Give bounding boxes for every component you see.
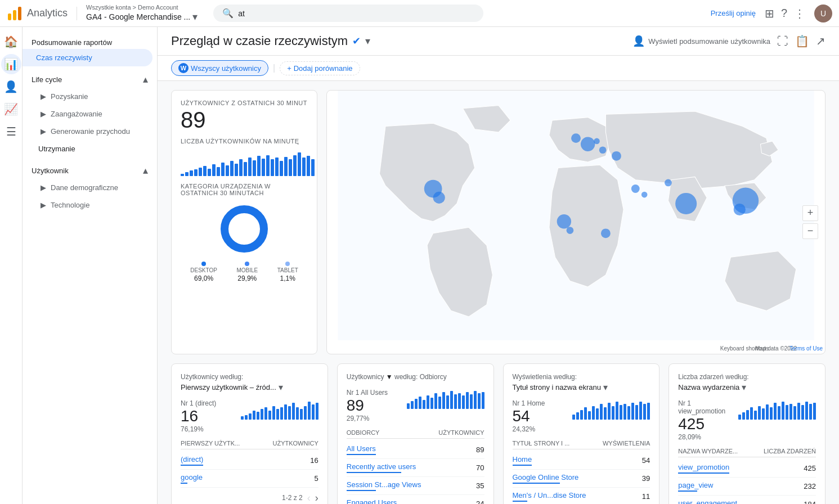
row-label[interactable]: google <box>181 473 203 482</box>
widget-bar <box>280 407 283 419</box>
desktop-legend: DESKTOP 69,0% <box>190 262 217 282</box>
desktop-value: 69,0% <box>194 274 213 282</box>
bar <box>208 169 211 177</box>
sidebar-item-engagement[interactable]: ▶ Zaangażowanie <box>23 105 157 123</box>
audience-dropdown[interactable]: ▼ <box>386 373 393 381</box>
prev-page-arrow[interactable]: ‹ <box>307 492 311 504</box>
row-value: 89 <box>476 446 484 454</box>
widget-bar <box>782 402 784 420</box>
row-value: 54 <box>642 456 650 465</box>
widget-mini-bars <box>738 399 816 420</box>
row-label[interactable]: Recently active users <box>347 462 416 471</box>
bar <box>284 157 288 177</box>
widget-value-col: Nr 1 view_promotion 425 28,09% <box>678 399 738 441</box>
more-icon[interactable]: ⋮ <box>794 7 805 20</box>
widget-table-header: ODBIORCY UŻYTKOWNICY <box>347 427 484 439</box>
widget-bar <box>758 406 761 419</box>
terms-of-use-link[interactable]: Terms of Use <box>789 345 823 352</box>
sidebar-item-technology[interactable]: ▶ Technologie <box>23 196 157 214</box>
widget-bar <box>296 407 299 419</box>
sidebar-icon-realtime[interactable]: 📊 <box>1 54 21 74</box>
widget-rank: Nr 1 All Users <box>347 389 388 397</box>
property-chevron-icon: ▾ <box>192 11 198 23</box>
sidebar-icon-acquisition[interactable]: 📈 <box>1 99 21 119</box>
sidebar-icon-reports[interactable]: ☰ <box>1 122 21 142</box>
nav-section-lifecycle[interactable]: Life cycle ▴ <box>23 66 157 88</box>
save-icon[interactable]: 📋 <box>795 34 809 48</box>
sidebar-item-demographics[interactable]: ▶ Dane demograficzne <box>23 179 157 196</box>
row-label[interactable]: All Users <box>347 444 376 453</box>
widget-bar <box>801 405 804 420</box>
row-bar <box>347 472 402 473</box>
row-bar <box>181 483 187 484</box>
sidebar-item-acquisition[interactable]: ▶ Pozyskanie <box>23 88 157 105</box>
zoom-in-button[interactable]: + <box>802 205 818 221</box>
widget-top-row: Nr 1 Home 54 24,32% <box>513 399 650 433</box>
page-header-right: 👤 Wyświetl podsumowanie użytkownika ⛶ 📋 … <box>632 34 825 48</box>
sidebar-item-realtime[interactable]: Czas rzeczywisty <box>23 49 152 66</box>
svg-point-7 <box>571 133 581 143</box>
analytics-logo-icon <box>7 6 23 21</box>
sidebar-icon-audience[interactable]: 👤 <box>1 76 21 97</box>
col2-header: UŻYTKOWNICY <box>272 440 318 447</box>
nav-section-user[interactable]: Użytkownik ▴ <box>23 158 157 179</box>
search-icon: 🔍 <box>222 8 234 19</box>
bar <box>185 172 189 177</box>
widget-bar <box>616 402 618 420</box>
row-label[interactable]: Home <box>513 455 532 464</box>
bar <box>190 170 193 177</box>
row-label[interactable]: view_promotion <box>678 463 729 471</box>
widget-bar <box>627 406 630 419</box>
row-label[interactable]: (direct) <box>181 455 203 464</box>
svg-point-10 <box>594 138 600 145</box>
breadcrumb[interactable]: Wszystkie konta > Demo Account <box>86 4 198 11</box>
device-legend: DESKTOP 69,0% MOBILE 29,9% TABLET 1,1% <box>181 262 308 282</box>
widget-table-row: view_promotion 425 <box>678 460 816 478</box>
svg-point-16 <box>567 227 574 234</box>
app-logo: Analytics <box>7 6 68 21</box>
bar <box>221 163 225 176</box>
user-avatar[interactable]: U <box>814 4 832 22</box>
widget-bar <box>793 406 796 419</box>
grid-icon[interactable]: ⊞ <box>765 7 774 20</box>
help-icon[interactable]: ? <box>781 7 787 20</box>
widget-header: Liczba zdarzeń według: <box>678 373 816 381</box>
row-label[interactable]: page_view <box>678 481 713 489</box>
sidebar-icon-home[interactable]: 🏠 <box>1 32 21 52</box>
fullscreen-icon[interactable]: ⛶ <box>777 35 788 48</box>
widget-bar <box>458 393 461 409</box>
property-selector[interactable]: GA4 - Google Merchandise ... ▾ <box>86 11 198 23</box>
widget-bar <box>813 403 816 420</box>
next-page-arrow[interactable]: › <box>315 492 318 504</box>
row-label[interactable]: Google Online Store <box>513 473 579 482</box>
send-feedback-link[interactable]: Prześlij opinię <box>711 9 756 17</box>
row-label[interactable]: Men's / Un...dise Store <box>513 491 586 500</box>
bar <box>275 158 279 176</box>
widget-bar <box>789 404 792 420</box>
sidebar-item-retention[interactable]: Utrzymanie <box>23 140 157 158</box>
row-label[interactable]: user_engagement <box>678 499 737 504</box>
widget-bar <box>647 403 650 420</box>
sidebar-item-revenue[interactable]: ▶ Generowanie przychodu <box>23 123 157 140</box>
zoom-out-button[interactable]: − <box>802 223 818 239</box>
widget-bar <box>423 400 425 409</box>
search-input[interactable] <box>238 9 474 18</box>
widget-table-row: page_view 232 <box>678 478 816 496</box>
row-label[interactable]: Session St...age Views <box>347 480 421 489</box>
share-icon[interactable]: ↗ <box>816 34 825 48</box>
row-label[interactable]: Engaged Users <box>347 498 397 504</box>
bar <box>235 164 238 177</box>
widget-table-row: user_engagement 184 <box>678 496 816 504</box>
add-comparison-button[interactable]: + Dodaj porównanie <box>280 61 360 75</box>
bar <box>298 152 301 176</box>
bar <box>293 155 297 177</box>
row-bar <box>513 483 560 484</box>
all-users-chip[interactable]: W Wszyscy użytkownicy <box>171 60 268 76</box>
widget-table-row: Men's / Un...dise Store 11 <box>513 488 650 504</box>
user-summary-button[interactable]: 👤 Wyświetl podsumowanie użytkownika <box>632 35 770 47</box>
bullet-icon: ▶ <box>41 127 46 136</box>
page-title-chevron-icon[interactable]: ▾ <box>365 35 370 47</box>
row-bar <box>513 501 527 502</box>
widget-bar <box>407 403 410 409</box>
nav-section-summary[interactable]: Podsumowanie raportów <box>23 32 157 49</box>
